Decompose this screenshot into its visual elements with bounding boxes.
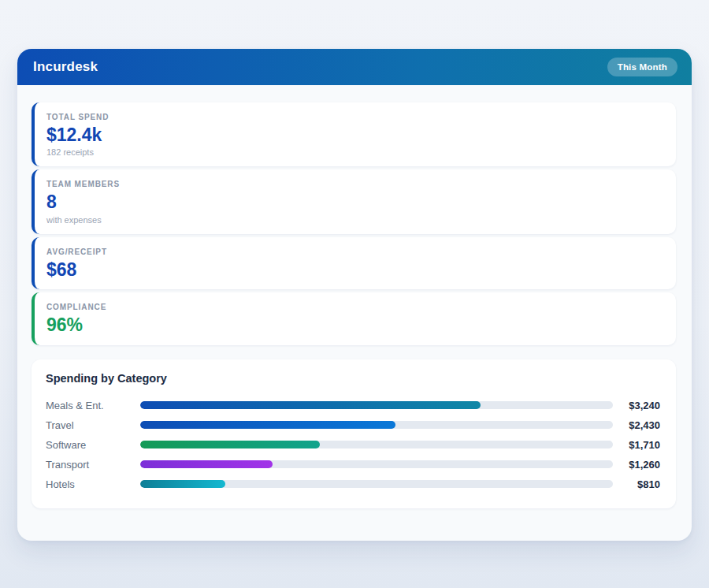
category-label: Software xyxy=(46,439,140,451)
chart-title: Spending by Category xyxy=(46,372,660,385)
category-label: Transport xyxy=(46,459,140,471)
category-value: $810 xyxy=(613,478,660,490)
category-row: Software$1,710 xyxy=(46,435,660,455)
category-value: $3,240 xyxy=(613,400,660,411)
stat-value: $12.4k xyxy=(46,125,662,145)
stat-value: 8 xyxy=(46,192,662,212)
category-row: Hotels$810 xyxy=(46,474,660,494)
category-bar-track xyxy=(140,441,613,448)
stat-subtext: with expenses xyxy=(46,215,662,225)
category-label: Travel xyxy=(46,419,140,431)
stat-label: COMPLIANCE xyxy=(46,303,662,311)
category-bar-fill xyxy=(140,421,395,429)
panel-body: TOTAL SPEND $12.4k 182 receipts TEAM MEM… xyxy=(17,85,692,508)
spending-by-category-card: Spending by Category Meals & Ent.$3,240T… xyxy=(32,359,676,508)
category-bar-list: Meals & Ent.$3,240Travel$2,430Software$1… xyxy=(46,396,660,494)
stat-subtext: 182 receipts xyxy=(46,147,662,157)
stat-value: 96% xyxy=(46,314,662,335)
period-selector-badge[interactable]: This Month xyxy=(607,58,677,76)
category-value: $1,710 xyxy=(613,439,660,451)
category-bar-track xyxy=(140,460,613,468)
category-bar-fill xyxy=(140,460,273,468)
stat-card-team-members: TEAM MEMBERS 8 with expenses xyxy=(32,169,676,233)
app-title: Incurdesk xyxy=(33,59,98,75)
category-label: Meals & Ent. xyxy=(46,400,140,411)
category-bar-track xyxy=(140,401,613,409)
category-bar-fill xyxy=(140,401,481,409)
category-bar-fill xyxy=(140,441,320,448)
category-bar-track xyxy=(140,480,613,488)
stat-label: TEAM MEMBERS xyxy=(46,180,662,188)
category-bar-track xyxy=(140,421,613,429)
app-header: Incurdesk This Month xyxy=(17,49,692,85)
stat-value: $68 xyxy=(46,259,662,280)
category-row: Transport$1,260 xyxy=(46,455,660,474)
category-row: Travel$2,430 xyxy=(46,415,660,435)
category-value: $1,260 xyxy=(613,459,660,471)
stat-card-avg-receipt: AVG/RECEIPT $68 xyxy=(32,237,676,289)
stat-label: TOTAL SPEND xyxy=(46,113,662,121)
category-value: $2,430 xyxy=(613,419,660,431)
category-bar-fill xyxy=(140,480,225,488)
category-label: Hotels xyxy=(46,478,140,490)
stat-card-compliance: COMPLIANCE 96% xyxy=(32,292,676,344)
dashboard-panel: Incurdesk This Month TOTAL SPEND $12.4k … xyxy=(17,49,692,541)
stat-label: AVG/RECEIPT xyxy=(46,247,662,256)
stat-card-total-spend: TOTAL SPEND $12.4k 182 receipts xyxy=(32,102,676,166)
category-row: Meals & Ent.$3,240 xyxy=(46,396,660,415)
